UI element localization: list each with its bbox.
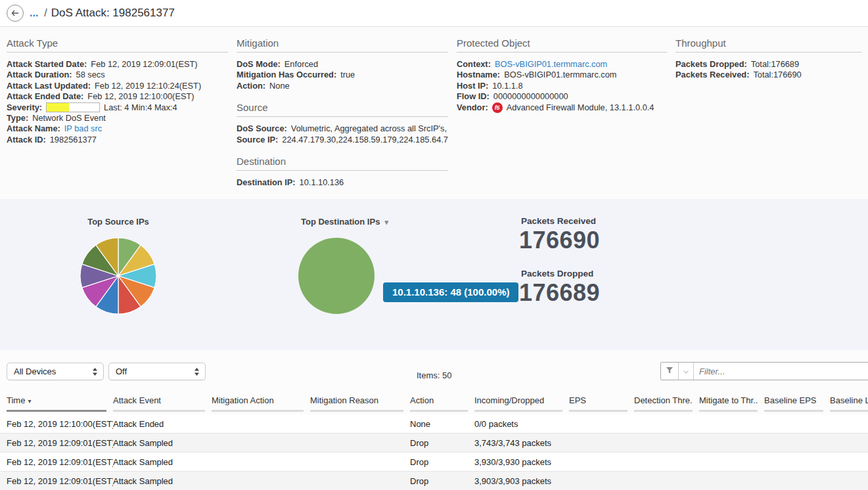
field-attack-name: Attack Name: IP bad src (7, 123, 228, 134)
column-header-incoming-dropped[interactable]: Incoming/Dropped (474, 393, 562, 412)
filter-input[interactable] (694, 363, 868, 380)
top-destination-ips-pie-chart[interactable] (297, 236, 376, 315)
page-title: DoS Attack: 1982561377 (51, 7, 175, 20)
field-value: 0000000000000000 (493, 91, 568, 102)
field-value: Total:176690 (753, 70, 801, 80)
column-header-detection-thre[interactable]: Detection Thre... (634, 393, 693, 412)
refresh-mode-select[interactable]: Off (108, 363, 206, 380)
packets-received-label: Packets Received (521, 216, 596, 226)
table-row[interactable]: Feb 12, 2019 12:09:01(EST)Attack Sampled… (0, 472, 868, 490)
field-value: Feb 12, 2019 12:10:24(EST) (95, 81, 201, 91)
column-header-time[interactable]: Time▾ (7, 393, 106, 412)
table-cell: Drop (410, 438, 474, 448)
column-header-mitigation-action[interactable]: Mitigation Action (212, 393, 304, 412)
column-header-mitigation-reason[interactable]: Mitigation Reason (310, 393, 403, 412)
context-link[interactable]: BOS-vBIGIP01.termmarc.com (495, 59, 607, 70)
column-header-label: Attack Event (113, 395, 161, 405)
device-filter-select[interactable]: All Devices (7, 363, 104, 380)
column-header-label: Incoming/Dropped (474, 395, 544, 405)
table-row[interactable]: Feb 12, 2019 12:09:01(EST)Attack Sampled… (0, 434, 868, 453)
table-cell: Attack Sampled (113, 476, 212, 486)
field-value: 10.1.10.136 (300, 177, 344, 188)
chevron-down-icon[interactable]: ▾ (384, 218, 388, 226)
column-header-action[interactable]: Action (410, 393, 468, 412)
field-value: Enforced (285, 59, 318, 70)
field-attack-id: Attack ID: 1982561377 (7, 135, 228, 145)
field-attack-ended-date: Attack Ended Date: Feb 12, 2019 12:10:00… (7, 91, 228, 102)
field-label: Attack ID: (7, 135, 46, 145)
column-header-label: Time (7, 395, 25, 405)
field-value: 10.1.1.8 (492, 81, 522, 91)
field-label: Attack Name: (7, 123, 60, 134)
destination-title: Destination (237, 156, 448, 171)
breadcrumb: ... / DoS Attack: 1982561377 (0, 0, 868, 27)
table-cell: Feb 12, 2019 12:09:01(EST) (7, 438, 113, 448)
filter-options-button[interactable]: ⌵ (679, 363, 694, 380)
field-label: Attack Duration: (7, 70, 72, 80)
top-destination-ips-title: Top Destination IPs▾ (301, 217, 388, 227)
back-button[interactable] (7, 5, 24, 22)
column-header-attack-event[interactable]: Attack Event (113, 393, 205, 412)
field-destination-ip: Destination IP: 10.1.10.136 (237, 177, 448, 188)
column-header-label: Mitigation Action (212, 395, 274, 405)
select-stepper-icon (92, 367, 98, 376)
protected-object-title: Protected Object (457, 37, 667, 53)
attack-details-region: Attack Type Attack Started Date: Feb 12,… (0, 27, 868, 199)
field-value: None (269, 81, 290, 91)
field-label: Context: (457, 59, 491, 70)
column-header-label: Mitigate to Thr... (699, 395, 758, 405)
field-label: Source IP: (237, 135, 278, 145)
field-type: Type: Network DoS Event (7, 113, 228, 123)
table-header-row: Time▾Attack EventMitigation ActionMitiga… (0, 393, 868, 412)
protected-object-panel: Protected Object Context: BOS-vBIGIP01.t… (457, 37, 667, 113)
throughput-title: Throughput (675, 37, 861, 53)
table-cell: Feb 12, 2019 12:09:01(EST) (7, 457, 113, 467)
attack-type-title: Attack Type (7, 37, 228, 53)
field-severity: Severity: Last: 4 Min:4 Max:4 (7, 102, 228, 113)
column-header-label: Mitigation Reason (310, 395, 378, 405)
column-header-label: Detection Thre... (634, 395, 693, 405)
field-packets-received-total: Packets Received: Total:176690 (675, 70, 861, 80)
back-arrow-icon (11, 7, 19, 19)
field-dos-source: DoS Source: Volumetric, Aggregated acros… (237, 123, 448, 134)
column-header-mitigate-to-thr[interactable]: Mitigate to Thr... (699, 393, 758, 412)
column-header-baseline-eps[interactable]: Baseline EPS (764, 393, 823, 412)
field-value: 1982561377 (50, 135, 97, 145)
table-cell: Drop (410, 457, 474, 467)
field-label: Destination IP: (237, 177, 296, 188)
severity-meter (46, 102, 100, 112)
table-row[interactable]: Feb 12, 2019 12:10:00(EST)Attack EndedNo… (0, 414, 868, 434)
table-cell: None (410, 419, 474, 429)
table-cell: Attack Ended (113, 419, 212, 429)
breadcrumb-ellipsis-link[interactable]: ... (30, 7, 38, 19)
field-flow-id: Flow ID: 0000000000000000 (457, 91, 667, 102)
charts-region: Top Source IPs Top Destination IPs▾ 10.1… (0, 199, 868, 350)
device-filter-value: All Devices (14, 367, 56, 376)
table-row[interactable]: Feb 12, 2019 12:09:01(EST)Attack Sampled… (0, 453, 868, 472)
table-cell: Feb 12, 2019 12:10:00(EST) (7, 419, 113, 429)
field-label: Mitigation Has Occurred: (237, 70, 336, 80)
field-value: Feb 12, 2019 12:09:01(EST) (91, 59, 197, 70)
table-cell: 0/0 packets (474, 419, 569, 429)
field-label: Vendor: (457, 102, 488, 113)
throughput-panel: Throughput Packets Dropped: Total:176689… (675, 37, 861, 81)
field-label: Attack Ended Date: (7, 91, 83, 102)
filter-funnel-button[interactable] (661, 363, 679, 380)
field-label: Attack Last Updated: (7, 81, 91, 91)
source-title: Source (237, 102, 448, 117)
dos-attack-page: ... / DoS Attack: 1982561377 Attack Type… (0, 0, 868, 490)
mitigation-title: Mitigation (237, 37, 448, 53)
top-source-ips-pie-chart[interactable] (79, 236, 158, 315)
field-packets-dropped-total: Packets Dropped: Total:176689 (675, 59, 861, 70)
packets-dropped-label: Packets Dropped (521, 269, 593, 278)
attack-type-panel: Attack Type Attack Started Date: Feb 12,… (7, 37, 228, 145)
table-cell: Feb 12, 2019 12:09:01(EST) (7, 476, 113, 486)
attack-name-link[interactable]: IP bad src (64, 123, 102, 134)
mitigation-source-dest-panel: Mitigation DoS Mode: Enforced Mitigation… (237, 37, 448, 188)
table-cell: 3,743/3,743 packets (474, 438, 569, 448)
field-source-ip: Source IP: 224.47.179.30,224.158.59.179,… (237, 135, 448, 145)
field-hostname: Hostname: BOS-vBIGIP01.termmarc.com (457, 70, 667, 80)
field-context: Context: BOS-vBIGIP01.termmarc.com (457, 59, 667, 70)
column-header-baseline-la[interactable]: Baseline La... (830, 393, 868, 412)
column-header-eps[interactable]: EPS (569, 393, 628, 412)
